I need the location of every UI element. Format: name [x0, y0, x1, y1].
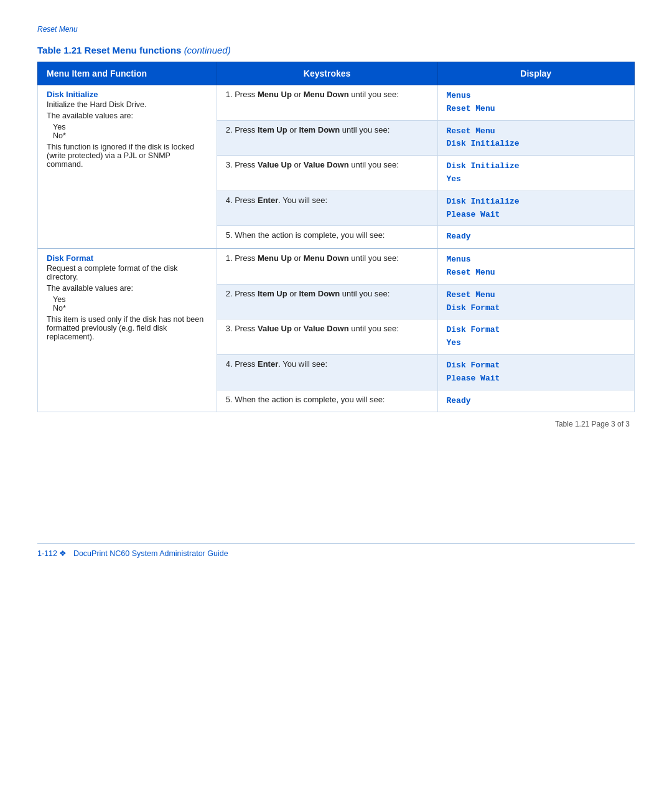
- table-title: Table 1.21 Reset Menu functions (continu…: [37, 45, 635, 55]
- table-row: Disk FormatRequest a complete format of …: [38, 248, 635, 284]
- menu-item-cell: Disk FormatRequest a complete format of …: [38, 248, 217, 412]
- menu-item-note: This function is ignored if the disk is …: [47, 143, 208, 169]
- display-cell: Reset MenuDisk Format: [437, 284, 634, 319]
- display-cell: MenusReset Menu: [437, 85, 634, 121]
- menu-item-cell: Disk InitializeInitialize the Hard Disk …: [38, 85, 217, 249]
- page-header: Reset Menu: [37, 25, 635, 34]
- menu-values-label: The available values are:: [47, 284, 208, 293]
- keystroke-cell: 5. When the action is complete, you will…: [217, 390, 437, 412]
- display-cell: Disk InitializeYes: [437, 156, 634, 191]
- col-header-display: Display: [437, 62, 634, 85]
- menu-item-desc: Initialize the Hard Disk Drive.: [47, 100, 208, 109]
- table-footer: Table 1.21 Page 3 of 3: [37, 417, 635, 431]
- main-table: Menu Item and Function Keystrokes Displa…: [37, 62, 635, 412]
- keystroke-cell: 3. Press Value Up or Value Down until yo…: [217, 156, 437, 191]
- keystroke-cell: 2. Press Item Up or Item Down until you …: [217, 284, 437, 319]
- menu-values-label: The available values are:: [47, 111, 208, 120]
- display-cell: Ready: [437, 226, 634, 248]
- col-header-menu: Menu Item and Function: [38, 62, 217, 85]
- menu-item-values: YesNo*: [53, 123, 208, 140]
- keystroke-cell: 5. When the action is complete, you will…: [217, 226, 437, 248]
- display-cell: Disk InitializePlease Wait: [437, 191, 634, 226]
- menu-item-title: Disk Format: [47, 253, 208, 263]
- menu-item-desc: Request a complete format of the disk di…: [47, 264, 208, 281]
- display-cell: Reset MenuDisk Initialize: [437, 120, 634, 156]
- keystroke-cell: 4. Press Enter. You will see:: [217, 191, 437, 226]
- menu-item-values: YesNo*: [53, 295, 208, 313]
- keystroke-cell: 1. Press Menu Up or Menu Down until you …: [217, 85, 437, 121]
- keystroke-cell: 3. Press Value Up or Value Down until yo…: [217, 319, 437, 355]
- page-footer: 1-112 ❖ DocuPrint NC60 System Administra…: [37, 543, 635, 558]
- keystroke-cell: 2. Press Item Up or Item Down until you …: [217, 120, 437, 156]
- display-cell: Disk FormatYes: [437, 319, 634, 355]
- col-header-keystrokes: Keystrokes: [217, 62, 437, 85]
- keystroke-cell: 1. Press Menu Up or Menu Down until you …: [217, 248, 437, 284]
- menu-item-title: Disk Initialize: [47, 90, 208, 99]
- display-cell: Disk FormatPlease Wait: [437, 354, 634, 390]
- display-cell: MenusReset Menu: [437, 248, 634, 284]
- display-cell: Ready: [437, 390, 634, 412]
- keystroke-cell: 4. Press Enter. You will see:: [217, 354, 437, 390]
- table-row: Disk InitializeInitialize the Hard Disk …: [38, 85, 635, 121]
- menu-item-note: This item is used only if the disk has n…: [47, 315, 208, 341]
